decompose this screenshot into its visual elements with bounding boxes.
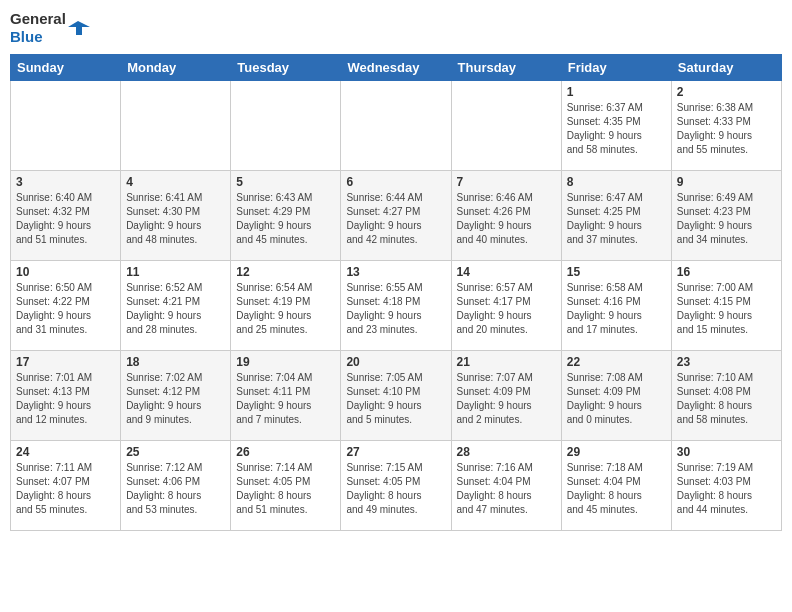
- day-number: 10: [16, 265, 115, 279]
- logo: General Blue: [10, 10, 90, 46]
- week-row-1: 1Sunrise: 6:37 AM Sunset: 4:35 PM Daylig…: [11, 81, 782, 171]
- day-cell: 3Sunrise: 6:40 AM Sunset: 4:32 PM Daylig…: [11, 171, 121, 261]
- day-number: 19: [236, 355, 335, 369]
- day-cell: 5Sunrise: 6:43 AM Sunset: 4:29 PM Daylig…: [231, 171, 341, 261]
- day-number: 27: [346, 445, 445, 459]
- day-cell: 22Sunrise: 7:08 AM Sunset: 4:09 PM Dayli…: [561, 351, 671, 441]
- header: General Blue: [10, 10, 782, 46]
- day-cell: 13Sunrise: 6:55 AM Sunset: 4:18 PM Dayli…: [341, 261, 451, 351]
- day-cell: 25Sunrise: 7:12 AM Sunset: 4:06 PM Dayli…: [121, 441, 231, 531]
- day-info: Sunrise: 6:43 AM Sunset: 4:29 PM Dayligh…: [236, 191, 335, 247]
- day-number: 18: [126, 355, 225, 369]
- day-info: Sunrise: 6:57 AM Sunset: 4:17 PM Dayligh…: [457, 281, 556, 337]
- day-number: 8: [567, 175, 666, 189]
- day-cell: [231, 81, 341, 171]
- day-info: Sunrise: 6:47 AM Sunset: 4:25 PM Dayligh…: [567, 191, 666, 247]
- day-number: 26: [236, 445, 335, 459]
- day-cell: 23Sunrise: 7:10 AM Sunset: 4:08 PM Dayli…: [671, 351, 781, 441]
- day-number: 24: [16, 445, 115, 459]
- day-number: 4: [126, 175, 225, 189]
- day-number: 2: [677, 85, 776, 99]
- day-number: 11: [126, 265, 225, 279]
- day-cell: 30Sunrise: 7:19 AM Sunset: 4:03 PM Dayli…: [671, 441, 781, 531]
- day-info: Sunrise: 7:07 AM Sunset: 4:09 PM Dayligh…: [457, 371, 556, 427]
- day-cell: [341, 81, 451, 171]
- day-info: Sunrise: 7:08 AM Sunset: 4:09 PM Dayligh…: [567, 371, 666, 427]
- day-cell: 7Sunrise: 6:46 AM Sunset: 4:26 PM Daylig…: [451, 171, 561, 261]
- day-number: 30: [677, 445, 776, 459]
- day-cell: 19Sunrise: 7:04 AM Sunset: 4:11 PM Dayli…: [231, 351, 341, 441]
- day-number: 3: [16, 175, 115, 189]
- day-info: Sunrise: 7:15 AM Sunset: 4:05 PM Dayligh…: [346, 461, 445, 517]
- week-row-2: 3Sunrise: 6:40 AM Sunset: 4:32 PM Daylig…: [11, 171, 782, 261]
- day-info: Sunrise: 7:16 AM Sunset: 4:04 PM Dayligh…: [457, 461, 556, 517]
- day-cell: 11Sunrise: 6:52 AM Sunset: 4:21 PM Dayli…: [121, 261, 231, 351]
- day-info: Sunrise: 6:49 AM Sunset: 4:23 PM Dayligh…: [677, 191, 776, 247]
- day-cell: 20Sunrise: 7:05 AM Sunset: 4:10 PM Dayli…: [341, 351, 451, 441]
- day-cell: 24Sunrise: 7:11 AM Sunset: 4:07 PM Dayli…: [11, 441, 121, 531]
- day-info: Sunrise: 6:55 AM Sunset: 4:18 PM Dayligh…: [346, 281, 445, 337]
- calendar-body: 1Sunrise: 6:37 AM Sunset: 4:35 PM Daylig…: [11, 81, 782, 531]
- day-number: 28: [457, 445, 556, 459]
- day-info: Sunrise: 7:05 AM Sunset: 4:10 PM Dayligh…: [346, 371, 445, 427]
- day-info: Sunrise: 7:04 AM Sunset: 4:11 PM Dayligh…: [236, 371, 335, 427]
- header-row: SundayMondayTuesdayWednesdayThursdayFrid…: [11, 55, 782, 81]
- week-row-4: 17Sunrise: 7:01 AM Sunset: 4:13 PM Dayli…: [11, 351, 782, 441]
- day-cell: 21Sunrise: 7:07 AM Sunset: 4:09 PM Dayli…: [451, 351, 561, 441]
- day-info: Sunrise: 7:12 AM Sunset: 4:06 PM Dayligh…: [126, 461, 225, 517]
- col-header-thursday: Thursday: [451, 55, 561, 81]
- day-info: Sunrise: 6:54 AM Sunset: 4:19 PM Dayligh…: [236, 281, 335, 337]
- day-number: 22: [567, 355, 666, 369]
- day-cell: 16Sunrise: 7:00 AM Sunset: 4:15 PM Dayli…: [671, 261, 781, 351]
- day-info: Sunrise: 6:50 AM Sunset: 4:22 PM Dayligh…: [16, 281, 115, 337]
- day-number: 13: [346, 265, 445, 279]
- day-number: 14: [457, 265, 556, 279]
- day-number: 12: [236, 265, 335, 279]
- day-info: Sunrise: 6:44 AM Sunset: 4:27 PM Dayligh…: [346, 191, 445, 247]
- logo-text: General Blue: [10, 10, 66, 46]
- week-row-3: 10Sunrise: 6:50 AM Sunset: 4:22 PM Dayli…: [11, 261, 782, 351]
- day-cell: 15Sunrise: 6:58 AM Sunset: 4:16 PM Dayli…: [561, 261, 671, 351]
- day-number: 5: [236, 175, 335, 189]
- day-number: 17: [16, 355, 115, 369]
- day-cell: [121, 81, 231, 171]
- day-info: Sunrise: 6:40 AM Sunset: 4:32 PM Dayligh…: [16, 191, 115, 247]
- day-info: Sunrise: 7:11 AM Sunset: 4:07 PM Dayligh…: [16, 461, 115, 517]
- day-info: Sunrise: 7:14 AM Sunset: 4:05 PM Dayligh…: [236, 461, 335, 517]
- day-info: Sunrise: 7:19 AM Sunset: 4:03 PM Dayligh…: [677, 461, 776, 517]
- day-number: 25: [126, 445, 225, 459]
- day-cell: 14Sunrise: 6:57 AM Sunset: 4:17 PM Dayli…: [451, 261, 561, 351]
- day-info: Sunrise: 6:38 AM Sunset: 4:33 PM Dayligh…: [677, 101, 776, 157]
- col-header-tuesday: Tuesday: [231, 55, 341, 81]
- day-info: Sunrise: 6:46 AM Sunset: 4:26 PM Dayligh…: [457, 191, 556, 247]
- day-cell: 4Sunrise: 6:41 AM Sunset: 4:30 PM Daylig…: [121, 171, 231, 261]
- day-cell: 9Sunrise: 6:49 AM Sunset: 4:23 PM Daylig…: [671, 171, 781, 261]
- day-info: Sunrise: 7:01 AM Sunset: 4:13 PM Dayligh…: [16, 371, 115, 427]
- day-cell: 29Sunrise: 7:18 AM Sunset: 4:04 PM Dayli…: [561, 441, 671, 531]
- day-cell: 28Sunrise: 7:16 AM Sunset: 4:04 PM Dayli…: [451, 441, 561, 531]
- logo-text-block: General Blue: [10, 10, 90, 46]
- col-header-friday: Friday: [561, 55, 671, 81]
- day-info: Sunrise: 6:41 AM Sunset: 4:30 PM Dayligh…: [126, 191, 225, 247]
- week-row-5: 24Sunrise: 7:11 AM Sunset: 4:07 PM Dayli…: [11, 441, 782, 531]
- day-cell: 10Sunrise: 6:50 AM Sunset: 4:22 PM Dayli…: [11, 261, 121, 351]
- day-number: 7: [457, 175, 556, 189]
- day-number: 29: [567, 445, 666, 459]
- day-number: 16: [677, 265, 776, 279]
- col-header-saturday: Saturday: [671, 55, 781, 81]
- page-container: General Blue SundayMondayTuesdayWednesda…: [0, 0, 792, 541]
- calendar-header: SundayMondayTuesdayWednesdayThursdayFrid…: [11, 55, 782, 81]
- day-number: 15: [567, 265, 666, 279]
- day-cell: 2Sunrise: 6:38 AM Sunset: 4:33 PM Daylig…: [671, 81, 781, 171]
- day-info: Sunrise: 7:00 AM Sunset: 4:15 PM Dayligh…: [677, 281, 776, 337]
- day-number: 9: [677, 175, 776, 189]
- day-cell: 1Sunrise: 6:37 AM Sunset: 4:35 PM Daylig…: [561, 81, 671, 171]
- day-cell: 8Sunrise: 6:47 AM Sunset: 4:25 PM Daylig…: [561, 171, 671, 261]
- col-header-wednesday: Wednesday: [341, 55, 451, 81]
- day-info: Sunrise: 7:02 AM Sunset: 4:12 PM Dayligh…: [126, 371, 225, 427]
- day-info: Sunrise: 7:18 AM Sunset: 4:04 PM Dayligh…: [567, 461, 666, 517]
- day-cell: 27Sunrise: 7:15 AM Sunset: 4:05 PM Dayli…: [341, 441, 451, 531]
- day-cell: [11, 81, 121, 171]
- day-cell: 26Sunrise: 7:14 AM Sunset: 4:05 PM Dayli…: [231, 441, 341, 531]
- day-cell: [451, 81, 561, 171]
